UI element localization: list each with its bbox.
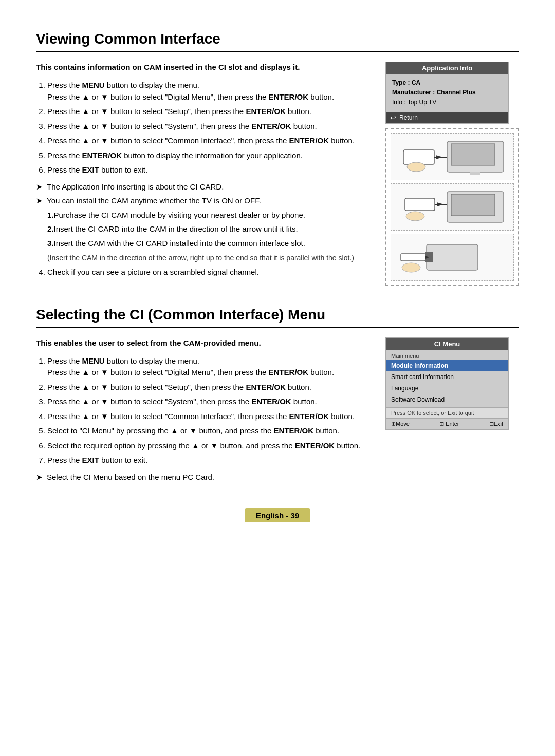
svg-rect-13 xyxy=(427,244,478,270)
svg-rect-1 xyxy=(451,144,495,165)
ci-menu-item-3[interactable]: Software Download xyxy=(386,394,508,405)
bold-enterok-1: ENTER/OK xyxy=(269,92,309,101)
section1-intro: This contains information on CAM inserte… xyxy=(36,62,375,72)
note-ci-card: The Application Info inserting is about … xyxy=(36,181,375,193)
ci-nav-enter: ⊡ Enter xyxy=(439,421,459,427)
section2-steps: Press the MENU button to display the men… xyxy=(47,355,375,466)
s2-step-3: Press the ▲ or ▼ button to select "Syste… xyxy=(47,396,375,408)
bold-exit-1: EXIT xyxy=(82,165,99,174)
s2-step-4: Press the ▲ or ▼ button to select "Commo… xyxy=(47,411,375,423)
app-info-header: Application Info xyxy=(386,62,508,74)
svg-rect-15 xyxy=(401,254,425,261)
s2-note: Select the CI Menu based on the menu PC … xyxy=(36,471,375,483)
s2-step-7: Press the EXIT button to exit. xyxy=(47,455,375,466)
ci-menu-footer-note: Press OK to select, or Exit to quit xyxy=(386,407,508,419)
footer: English - 39 xyxy=(36,511,519,520)
sub-step-1: 1.Purchase the CI CAM module by visiting… xyxy=(47,210,375,221)
step-3: Press the ▲ or ▼ button to select "Syste… xyxy=(47,121,375,133)
section2-divider xyxy=(36,327,519,328)
footer-label: English - 39 xyxy=(245,508,310,522)
bold-enterok-2: ENTER/OK xyxy=(246,107,286,116)
cam-svg-2 xyxy=(396,189,509,225)
s2-step-5: Select to "CI Menu" by pressing the ▲ or… xyxy=(47,425,375,437)
section1-divider xyxy=(36,51,519,52)
s2-step-2: Press the ▲ or ▼ button to select "Setup… xyxy=(47,382,375,393)
bold-enterok-3: ENTER/OK xyxy=(251,122,291,130)
section-viewing-common-interface: Viewing Common Interface This contains i… xyxy=(36,31,519,286)
step-1: Press the MENU button to display the men… xyxy=(47,80,375,103)
ci-menu-body: Main menu Module Information Smart card … xyxy=(386,350,508,407)
svg-rect-2 xyxy=(470,172,480,175)
section1-left: This contains information on CAM inserte… xyxy=(36,62,375,286)
section2-content: This enables the user to select from the… xyxy=(36,337,519,486)
svg-point-6 xyxy=(407,162,425,172)
svg-point-17 xyxy=(402,263,420,272)
ci-menu-nav: ⊕Move ⊡ Enter ⊟Exit xyxy=(386,419,508,429)
svg-rect-9 xyxy=(405,198,435,211)
section1-title: Viewing Common Interface xyxy=(36,31,519,47)
ci-menu-header: CI Menu xyxy=(386,338,508,350)
svg-point-12 xyxy=(406,212,424,221)
s2-bold-enterok-4: ENTER/OK xyxy=(289,412,329,421)
step-5: Press the ENTER/OK button to display the… xyxy=(47,150,375,162)
cam-diagrams xyxy=(385,128,519,286)
return-label: Return xyxy=(399,114,418,121)
ci-menu-item-2[interactable]: Language xyxy=(386,383,508,394)
cam-svg-3 xyxy=(396,239,509,275)
s2-bold-menu: MENU xyxy=(82,356,105,365)
sub-steps: 1.Purchase the CI CAM module by visiting… xyxy=(47,210,375,250)
s2-bold-enterok-5: ENTER/OK xyxy=(274,426,314,435)
sub-step-2: 2.Insert the CI CARD into the CAM in the… xyxy=(47,223,375,235)
s2-bold-enterok-2: ENTER/OK xyxy=(246,383,286,391)
bold-menu: MENU xyxy=(82,81,105,89)
section2-left: This enables the user to select from the… xyxy=(36,337,375,486)
section2-right: CI Menu Main menu Module Information Sma… xyxy=(385,337,519,486)
s2-step-1: Press the MENU button to display the men… xyxy=(47,355,375,379)
ci-menu-item-1[interactable]: Smart card Information xyxy=(386,371,508,383)
cam-svg-1 xyxy=(396,139,509,175)
cam-diagram-3 xyxy=(391,234,514,281)
paren-note: (Insert the CAM in the direction of the … xyxy=(47,253,375,263)
cam-diagram-1 xyxy=(391,133,514,180)
ci-menu-box: CI Menu Main menu Module Information Sma… xyxy=(385,337,509,430)
app-info-line: Info : Top Up TV xyxy=(392,98,502,107)
section1-content: This contains information on CAM inserte… xyxy=(36,62,519,286)
svg-rect-8 xyxy=(451,194,495,216)
ci-menu-sub-label: Main menu xyxy=(386,352,508,360)
ci-nav-move: ⊕Move xyxy=(391,421,410,427)
step-6: Press the EXIT button to exit. xyxy=(47,164,375,176)
cam-diagram-2 xyxy=(391,183,514,231)
section1-steps: Press the MENU button to display the men… xyxy=(47,80,375,176)
section2-title: Selecting the CI (Common Interface) Menu xyxy=(36,307,519,323)
step-4-check: Check if you can see a picture on a scra… xyxy=(47,267,375,278)
step-4-item: Check if you can see a picture on a scra… xyxy=(47,267,375,278)
app-info-body: Type : CA Manufacturer : Channel Plus In… xyxy=(386,74,508,112)
s2-bold-enterok-1: ENTER/OK xyxy=(269,368,309,376)
bold-enterok-5: ENTER/OK xyxy=(82,151,122,160)
svg-rect-3 xyxy=(403,150,434,164)
step-4: Press the ▲ or ▼ button to select "Commo… xyxy=(47,135,375,147)
section2-intro: This enables the user to select from the… xyxy=(36,337,375,348)
section1-right: Application Info Type : CA Manufacturer … xyxy=(385,62,519,286)
note-cam-install: You can install the CAM anytime whether … xyxy=(36,195,375,207)
sub-step-3: 3.Insert the CAM with the CI CARD instal… xyxy=(47,238,375,250)
app-info-box: Application Info Type : CA Manufacturer … xyxy=(385,62,509,124)
s2-step-6: Select the required option by pressing t… xyxy=(47,440,375,452)
app-manufacturer: Manufacturer : Channel Plus xyxy=(392,88,502,98)
bold-enterok-4: ENTER/OK xyxy=(289,136,329,145)
s2-bold-enterok-6: ENTER/OK xyxy=(295,441,335,450)
ci-menu-item-0[interactable]: Module Information xyxy=(386,360,508,371)
section-ci-menu: Selecting the CI (Common Interface) Menu… xyxy=(36,307,519,486)
ci-nav-exit: ⊟Exit xyxy=(489,421,503,427)
step-2: Press the ▲ or ▼ button to select "Setup… xyxy=(47,106,375,118)
s2-bold-exit: EXIT xyxy=(82,456,99,464)
app-info-footer: ↩ Return xyxy=(386,112,508,123)
app-type: Type : CA xyxy=(392,78,502,88)
return-icon: ↩ xyxy=(390,114,396,122)
s2-bold-enterok-3: ENTER/OK xyxy=(251,397,291,406)
